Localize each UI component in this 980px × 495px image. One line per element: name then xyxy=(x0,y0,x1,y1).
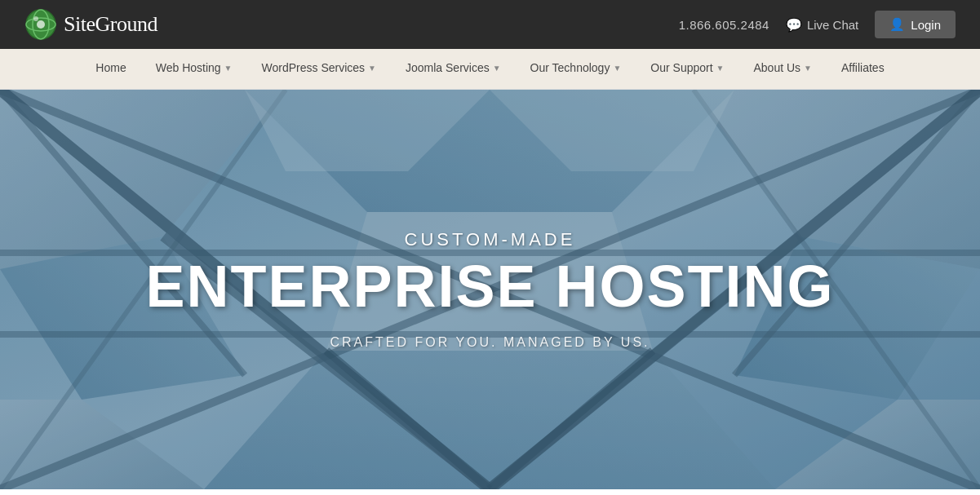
logo-icon xyxy=(24,8,57,41)
live-chat-label: Live Chat xyxy=(807,18,858,32)
chevron-down-icon: ▼ xyxy=(716,64,725,73)
chevron-down-icon: ▼ xyxy=(224,64,233,73)
nav-label-home: Home xyxy=(95,61,126,74)
nav-label-about-us: About Us xyxy=(753,61,800,74)
main-nav: Home Web Hosting ▼ WordPress Services ▼ … xyxy=(81,49,898,90)
nav-item-our-technology[interactable]: Our Technology ▼ xyxy=(516,49,636,90)
nav-label-our-support: Our Support xyxy=(650,61,712,74)
login-label: Login xyxy=(911,18,941,32)
chevron-down-icon: ▼ xyxy=(368,64,376,73)
nav-item-wordpress-services[interactable]: WordPress Services ▼ xyxy=(247,49,391,90)
nav-item-affiliates[interactable]: Affiliates xyxy=(827,49,899,90)
nav-item-our-support[interactable]: Our Support ▼ xyxy=(636,49,738,90)
hero-title: Enterprise Hosting xyxy=(145,257,834,316)
hero-tagline: Crafted for you. Managed by us. xyxy=(145,335,834,350)
nav-label-web-hosting: Web Hosting xyxy=(156,61,221,74)
top-bar: SiteGround 1.866.605.2484 💬 Live Chat 👤 … xyxy=(0,0,980,49)
logo[interactable]: SiteGround xyxy=(24,8,157,41)
user-icon: 👤 xyxy=(889,17,905,32)
chat-icon: 💬 xyxy=(786,17,802,33)
hero-content: Custom-Made Enterprise Hosting Crafted f… xyxy=(129,213,850,366)
chevron-down-icon: ▼ xyxy=(804,64,812,73)
phone-number: 1.866.605.2484 xyxy=(679,18,769,32)
chevron-down-icon: ▼ xyxy=(493,64,501,73)
navigation-bar: Home Web Hosting ▼ WordPress Services ▼ … xyxy=(0,49,980,90)
nav-item-web-hosting[interactable]: Web Hosting ▼ xyxy=(141,49,247,90)
nav-label-joomla-services: Joomla Services xyxy=(406,61,490,74)
chevron-down-icon: ▼ xyxy=(613,64,621,73)
nav-label-our-technology: Our Technology xyxy=(530,61,610,74)
nav-item-about-us[interactable]: About Us ▼ xyxy=(738,49,827,90)
logo-text: SiteGround xyxy=(64,12,157,37)
svg-point-4 xyxy=(33,16,38,21)
nav-label-affiliates: Affiliates xyxy=(841,61,885,74)
svg-point-3 xyxy=(37,20,45,29)
hero-section: Custom-Made Enterprise Hosting Crafted f… xyxy=(0,90,980,489)
top-right-actions: 1.866.605.2484 💬 Live Chat 👤 Login xyxy=(679,11,956,38)
nav-label-wordpress-services: WordPress Services xyxy=(262,61,366,74)
live-chat-button[interactable]: 💬 Live Chat xyxy=(786,17,858,33)
login-button[interactable]: 👤 Login xyxy=(875,11,956,38)
nav-item-joomla-services[interactable]: Joomla Services ▼ xyxy=(391,49,516,90)
hero-subtitle: Custom-Made xyxy=(145,229,834,250)
nav-item-home[interactable]: Home xyxy=(81,49,140,90)
